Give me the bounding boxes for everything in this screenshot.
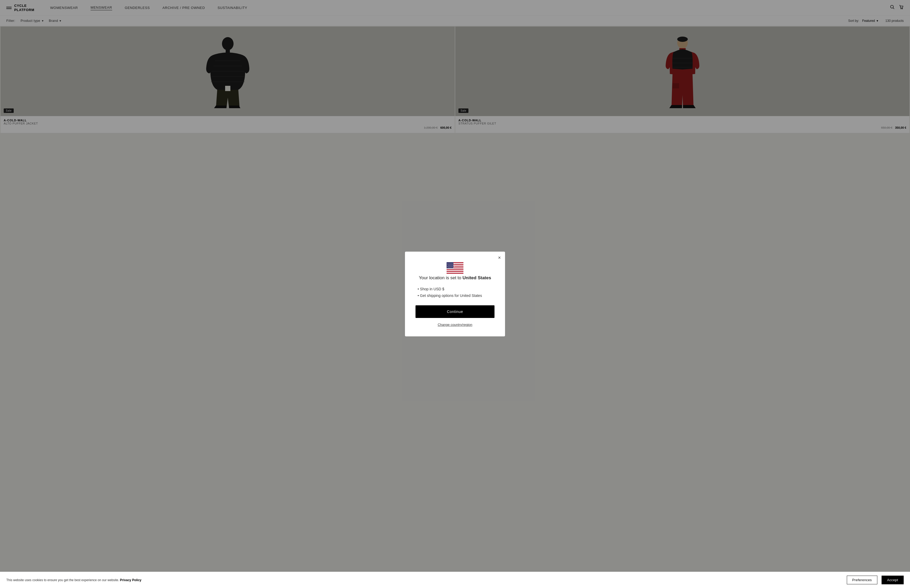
svg-rect-24	[446, 270, 464, 271]
modal-bullets: Shop in USD $ Get shipping options for U…	[415, 286, 495, 299]
location-modal: × ★ ★ ★ ★ ★ ★ ★ ★ ★ ★ ★ ★ ★ ★ ★ ★ ★ ★ ★ …	[405, 252, 505, 336]
modal-close-button[interactable]: ×	[498, 255, 501, 260]
svg-rect-25	[446, 272, 464, 273]
preferences-button[interactable]: Preferences	[847, 576, 877, 584]
continue-button[interactable]: Continue	[415, 305, 495, 318]
cookie-bar: This website uses cookies to ensure you …	[0, 572, 910, 588]
svg-text:★ ★ ★ ★ ★: ★ ★ ★ ★ ★	[448, 267, 454, 268]
accept-button[interactable]: Accept	[882, 576, 904, 584]
modal-title: Your location is set to United States	[415, 275, 495, 281]
privacy-policy-link[interactable]: Privacy Policy	[120, 578, 141, 582]
change-country-button[interactable]: Change country/region	[438, 323, 472, 326]
modal-overlay: × ★ ★ ★ ★ ★ ★ ★ ★ ★ ★ ★ ★ ★ ★ ★ ★ ★ ★ ★ …	[0, 0, 910, 588]
cookie-message: This website uses cookies to ensure you …	[6, 578, 842, 582]
modal-bullet-1: Shop in USD $	[418, 286, 495, 292]
svg-rect-23	[446, 268, 464, 269]
us-flag-icon: ★ ★ ★ ★ ★ ★ ★ ★ ★ ★ ★ ★ ★ ★ ★ ★ ★ ★ ★ ★ …	[446, 262, 464, 274]
modal-bullet-2: Get shipping options for United States	[418, 292, 495, 299]
